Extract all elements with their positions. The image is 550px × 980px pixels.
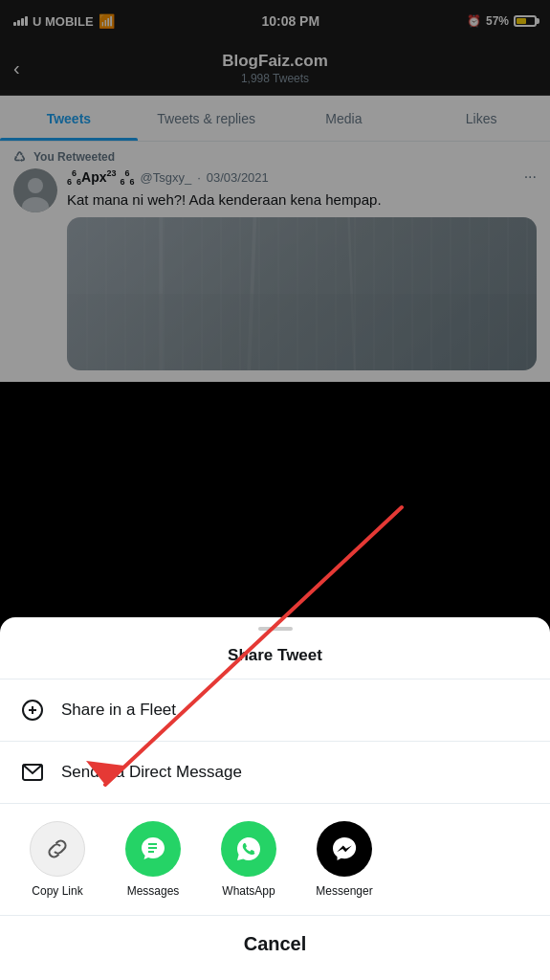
sheet-overlay: Share Tweet Share in a Fleet <box>0 0 550 980</box>
copy-link-item[interactable]: Copy Link <box>10 821 105 898</box>
whatsapp-label: WhatsApp <box>222 884 275 898</box>
messenger-icon <box>317 821 372 877</box>
copy-link-icon <box>30 821 85 877</box>
copy-link-label: Copy Link <box>32 884 82 898</box>
fleet-label: Share in a Fleet <box>61 701 176 720</box>
sheet-handle <box>258 627 293 631</box>
bottom-sheet: Share Tweet Share in a Fleet <box>0 617 550 980</box>
share-fleet-item[interactable]: Share in a Fleet <box>0 679 550 742</box>
messenger-item[interactable]: Messenger <box>297 821 392 898</box>
dm-icon <box>19 759 46 786</box>
messages-icon <box>125 821 181 877</box>
whatsapp-icon <box>221 821 276 877</box>
sheet-title: Share Tweet <box>0 636 550 679</box>
messages-label: Messages <box>127 884 180 898</box>
cancel-label: Cancel <box>244 933 307 955</box>
dm-label: Send via Direct Message <box>61 763 242 782</box>
whatsapp-item[interactable]: WhatsApp <box>201 821 297 898</box>
fleet-icon <box>19 697 46 724</box>
cancel-button[interactable]: Cancel <box>0 916 550 972</box>
messenger-label: Messenger <box>316 884 372 898</box>
apps-row: Copy Link Messages <box>0 804 550 916</box>
send-dm-item[interactable]: Send via Direct Message <box>0 742 550 804</box>
messages-item[interactable]: Messages <box>105 821 201 898</box>
